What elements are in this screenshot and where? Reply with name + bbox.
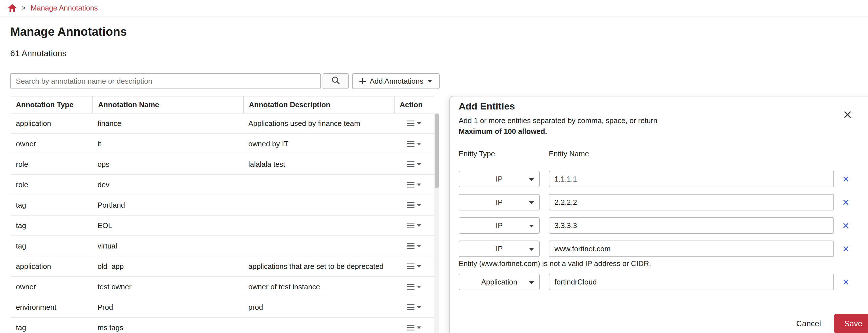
caret-down-icon	[417, 143, 421, 145]
menu-icon	[407, 325, 414, 331]
menu-icon	[407, 284, 414, 290]
row-action-menu-button[interactable]	[405, 241, 423, 251]
cell-annotation-name: dev	[92, 180, 243, 189]
home-icon[interactable]	[8, 4, 17, 12]
cell-annotation-description: lalalala test	[243, 160, 394, 169]
row-action-menu-button[interactable]	[405, 323, 423, 333]
caret-down-icon	[417, 306, 421, 309]
row-action-menu-button[interactable]	[405, 118, 423, 129]
entity-type-select[interactable]: Application	[459, 274, 540, 290]
chevron-down-icon	[529, 281, 534, 284]
cancel-button[interactable]: Cancel	[796, 319, 821, 328]
panel-max-note: Maximum of 100 allowed.	[459, 127, 868, 136]
menu-icon	[407, 223, 414, 229]
entity-name-input[interactable]	[549, 171, 834, 187]
remove-entity-button[interactable]: ×	[842, 220, 849, 231]
cell-annotation-name: EOL	[92, 221, 243, 230]
entity-name-input[interactable]	[549, 194, 834, 210]
entity-type-select[interactable]: IP	[459, 241, 540, 257]
table-row: tag EOL	[11, 216, 434, 236]
row-action-menu-button[interactable]	[405, 302, 423, 312]
cell-annotation-name: ops	[92, 160, 243, 169]
cell-annotation-description: prod	[243, 303, 394, 312]
caret-down-icon	[417, 265, 421, 268]
row-action-menu-button[interactable]	[405, 261, 423, 272]
remove-entity-button[interactable]: ×	[842, 173, 849, 185]
chevron-down-icon	[529, 178, 534, 181]
entity-type-select[interactable]: IP	[459, 194, 540, 210]
entity-error-text: Entity (www.fortinet.com) is not a valid…	[459, 259, 868, 268]
search-button[interactable]	[322, 73, 349, 89]
cell-annotation-name: old_app	[92, 262, 243, 271]
entity-row: IP ×	[459, 241, 868, 257]
menu-icon	[407, 161, 414, 168]
entity-type-value: Application	[481, 278, 517, 286]
remove-x-icon: ×	[842, 276, 849, 288]
entity-name-input[interactable]	[549, 241, 834, 257]
menu-icon	[407, 182, 414, 188]
row-action-menu-button[interactable]	[405, 180, 423, 190]
chevron-down-icon	[529, 248, 534, 251]
panel-subtitle: Add 1 or more entities separated by comm…	[459, 116, 868, 125]
cell-annotation-type: application	[11, 262, 92, 271]
table-row: tag virtual	[11, 236, 434, 256]
row-action-menu-button[interactable]	[405, 282, 423, 292]
table-row: role ops lalalala test	[11, 154, 434, 175]
column-header-annotation-description: Annotation Description	[243, 96, 394, 113]
cell-annotation-name: test owner	[92, 282, 243, 291]
caret-down-icon	[417, 285, 421, 288]
panel-title: Add Entities	[459, 100, 868, 112]
scrollbar-thumb[interactable]	[435, 114, 439, 188]
cell-annotation-name: it	[92, 140, 243, 148]
entity-type-select[interactable]: IP	[459, 217, 540, 234]
cell-annotation-type: application	[11, 119, 92, 128]
cell-annotation-type: role	[11, 160, 92, 169]
column-header-action: Action	[394, 96, 434, 113]
table-row: application old_app applications that ar…	[11, 256, 434, 277]
add-entities-panel: × Add Entities Add 1 or more entities se…	[449, 96, 868, 333]
entity-name-input[interactable]	[549, 274, 834, 290]
row-action-menu-button[interactable]	[405, 200, 423, 210]
table-row: owner it owned by IT	[11, 134, 434, 154]
breadcrumb-separator: >	[22, 4, 26, 12]
entity-name-input[interactable]	[549, 217, 834, 234]
panel-close-button[interactable]: ×	[843, 107, 852, 122]
entity-type-value: IP	[496, 198, 503, 207]
entity-type-select[interactable]: IP	[459, 171, 540, 187]
cell-annotation-type: environment	[11, 303, 92, 312]
panel-divider	[450, 144, 868, 144]
entity-column-headers: Entity Type Entity Name	[459, 150, 868, 158]
menu-icon	[407, 141, 414, 147]
add-annotations-button[interactable]: Add Annotations	[352, 73, 440, 89]
row-action-menu-button[interactable]	[405, 159, 423, 170]
manage-annotations-page: > Manage Annotations Manage Annotations …	[0, 0, 868, 333]
search-icon	[331, 76, 340, 87]
remove-entity-button[interactable]: ×	[842, 196, 849, 208]
cell-annotation-type: owner	[11, 282, 92, 291]
caret-down-icon	[417, 245, 421, 247]
caret-down-icon	[417, 224, 421, 227]
entity-type-value: IP	[496, 221, 503, 230]
search-input[interactable]	[10, 73, 321, 89]
row-action-menu-button[interactable]	[405, 220, 423, 231]
cell-annotation-description: owned by IT	[243, 140, 394, 148]
add-annotations-label: Add Annotations	[370, 77, 423, 86]
cell-annotation-type: tag	[11, 201, 92, 210]
remove-entity-button[interactable]: ×	[842, 276, 849, 287]
entity-name-header: Entity Name	[549, 150, 868, 158]
page-title: Manage Annotations	[10, 24, 868, 39]
breadcrumb-current-link[interactable]: Manage Annotations	[31, 4, 98, 12]
entity-type-value: IP	[496, 175, 503, 183]
table-row: tag ms tags	[11, 318, 434, 333]
save-button[interactable]: Save	[834, 314, 868, 333]
row-action-menu-button[interactable]	[405, 139, 423, 149]
cell-annotation-description: Applications used by finance team	[243, 119, 394, 128]
entity-row: Application ×	[459, 274, 868, 290]
menu-icon	[407, 304, 414, 310]
cell-annotation-name: ms tags	[92, 323, 243, 332]
caret-down-icon	[417, 183, 421, 186]
plus-icon	[360, 78, 366, 84]
remove-x-icon: ×	[842, 173, 849, 185]
annotations-table: Annotation Type Annotation Name Annotati…	[11, 96, 434, 333]
remove-entity-button[interactable]: ×	[842, 243, 849, 254]
